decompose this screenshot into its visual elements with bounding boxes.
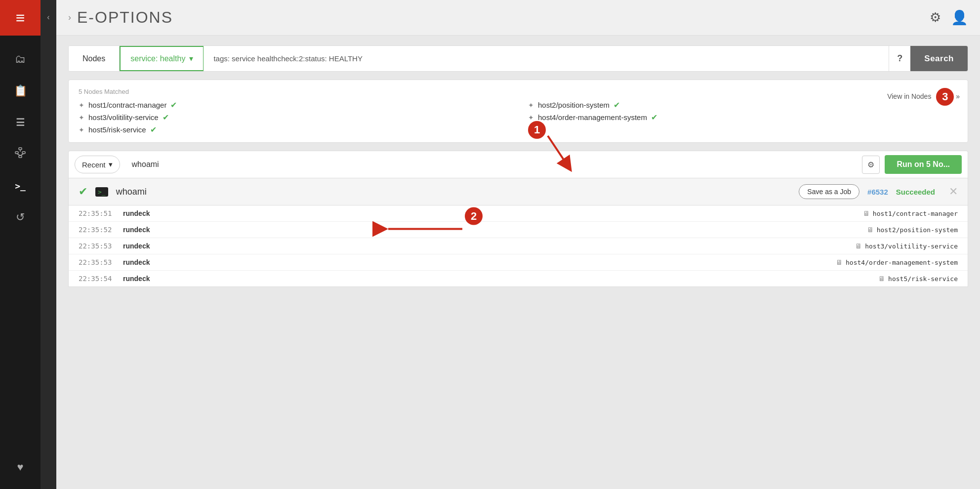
node-name: host2/position-system [538,101,610,109]
node-diamond-icon: ✦ [528,101,534,109]
filter-help-button[interactable]: ? [889,46,910,71]
node-diamond-icon: ✦ [528,114,534,122]
sidebar-item-projects[interactable]: 🗂 [5,45,35,73]
sidebar-item-jobs[interactable]: 📋 [5,77,35,105]
log-row: 22:35:53 rundeck 🖥 host3/volitility-serv… [69,238,968,254]
node-name: host4/order-management-system [538,113,647,122]
node-check-icon: ✔ [613,100,620,110]
annotation-3-badge: 3 [936,88,954,106]
jobs-icon: 📋 [14,84,27,97]
run-button[interactable]: Run on 5 No... [885,155,962,174]
log-table: 22:35:51 rundeck 🖥 host1/contract-manage… [68,205,968,287]
page-title: E-OPTIONS [77,8,173,27]
command-section: 1 Recent ▾ ⚙ Run on 5 No... ✔ >_ whoami [68,151,968,287]
node-check-icon: ✔ [163,113,169,122]
log-host: 🖥 host4/order-management-system [836,258,958,266]
filter-label: service: healthy [130,54,185,63]
search-button[interactable]: Search [910,46,968,71]
nodes-button[interactable]: Nodes [69,46,120,71]
terminal-icon: >_ [95,187,108,197]
filter-bar: Nodes service: healthy ▾ ? Search [68,45,968,72]
node-check-icon: ✔ [170,100,177,110]
node-item: ✦ host3/volitility-service ✔ [79,113,508,122]
svg-rect-2 [22,152,25,154]
sidebar-item-activity[interactable]: ☰ [5,109,35,136]
log-user: rundeck [123,209,863,217]
sidebar-collapse[interactable]: ‹ [41,0,56,489]
command-input[interactable] [125,156,495,173]
sidebar-item-history[interactable]: ↺ [5,204,35,231]
collapse-icon[interactable]: ‹ [47,13,49,22]
svg-line-6 [20,154,24,156]
projects-icon: 🗂 [15,53,26,66]
history-icon: ↺ [16,211,25,224]
recent-dropdown-button[interactable]: Recent ▾ [75,156,120,173]
host-icon: 🖥 [863,209,870,217]
svg-rect-1 [15,152,18,154]
node-name: host3/volitility-service [88,113,159,122]
log-row: 2 22:35:52 rundeck 🖥 host2/position-syst… [69,222,968,238]
node-check-icon: ✔ [651,113,657,122]
log-host: 🖥 host5/risk-service [878,275,958,283]
log-time: 22:35:53 [79,242,123,250]
nodes-matched-header: 5 Nodes Matched [79,88,958,95]
view-in-nodes-link[interactable]: View in Nodes 3 » [887,88,960,106]
host-icon: 🖥 [836,258,843,266]
recent-dropdown-arrow: ▾ [109,160,113,169]
svg-rect-0 [19,148,22,150]
filter-dropdown-button[interactable]: service: healthy ▾ [120,46,204,71]
log-user: rundeck [123,242,855,250]
success-icon: ✔ [79,185,87,198]
logo-icon: ≡ [16,10,25,26]
host-icon: 🖥 [855,242,862,250]
node-diamond-icon: ✦ [79,126,84,134]
save-as-job-button[interactable]: Save as a Job [799,184,859,199]
node-name: host5/risk-service [88,125,146,134]
host-icon: 🖥 [878,275,885,283]
log-time: 22:35:51 [79,209,123,217]
header-actions: ⚙ 👤 [930,9,968,26]
command-bar: Recent ▾ ⚙ Run on 5 No... [68,151,968,178]
breadcrumb-arrow[interactable]: › [68,12,71,23]
log-host: 🖥 host2/position-system [867,226,958,234]
node-item: ✦ host4/order-management-system ✔ [528,113,958,122]
node-item: ✦ host5/risk-service ✔ [79,125,508,134]
nodes-icon [14,147,26,162]
host-name: host4/order-management-system [846,259,958,266]
filter-query-input[interactable] [204,46,889,71]
health-icon: ♥ [17,461,23,474]
svg-line-5 [17,154,20,156]
run-id-link[interactable]: #6532 [867,188,888,196]
command-settings-button[interactable]: ⚙ [862,156,880,174]
node-name: host1/contract-manager [88,101,166,109]
node-item: ✦ host1/contract-manager ✔ [79,100,508,110]
sidebar-nav: 🗂 📋 ☰ >_ ↺ [0,36,41,489]
sidebar-logo[interactable]: ≡ [0,0,41,36]
user-icon[interactable]: 👤 [951,9,968,26]
log-time: 22:35:52 [79,226,123,234]
nodes-grid: ✦ host1/contract-manager ✔ ✦ host2/posit… [79,100,958,134]
node-diamond-icon: ✦ [79,101,84,109]
status-badge: Succeeded [896,188,935,196]
sidebar: ≡ 🗂 📋 ☰ >_ [0,0,41,489]
host-name: host1/contract-manager [873,210,958,217]
sidebar-item-health[interactable]: ♥ [5,453,35,481]
sidebar-item-nodes[interactable] [5,140,35,168]
settings-icon[interactable]: ⚙ [930,10,941,25]
recent-label: Recent [82,161,106,169]
host-name: host3/volitility-service [865,243,958,250]
log-row: 22:35:54 rundeck 🖥 host5/risk-service [69,271,968,286]
svg-rect-3 [19,156,22,158]
sidebar-item-commands[interactable]: >_ [5,172,35,200]
log-user: rundeck [123,258,836,266]
log-row: 22:35:53 rundeck 🖥 host4/order-managemen… [69,254,968,271]
log-user: rundeck [123,275,878,283]
host-name: host2/position-system [877,226,958,234]
log-host: 🖥 host1/contract-manager [863,209,958,217]
main-container: › E-OPTIONS ⚙ 👤 Nodes service: healthy ▾… [56,0,980,489]
command-settings-icon: ⚙ [867,161,874,169]
commands-icon: >_ [15,181,26,191]
log-user: rundeck [123,226,867,234]
close-button[interactable]: ✕ [949,185,958,198]
dropdown-arrow-icon: ▾ [189,54,193,63]
